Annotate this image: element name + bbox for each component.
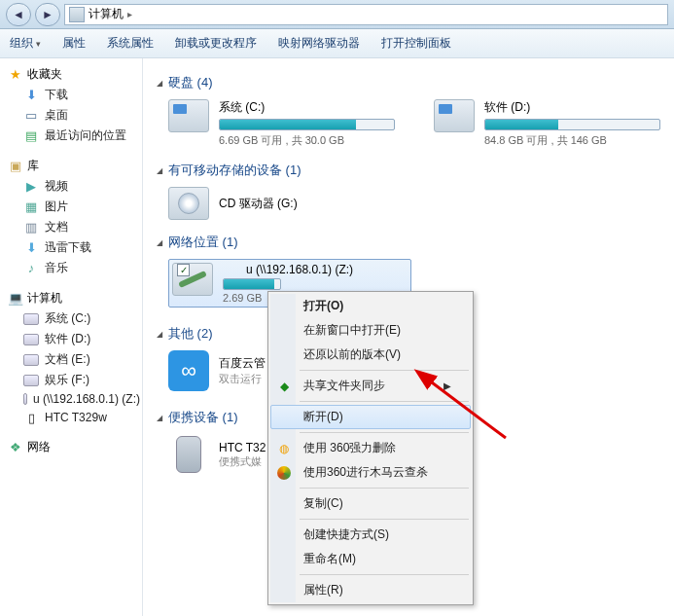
sidebar-item-recent[interactable]: ▤最近访问的位置 (2, 126, 140, 146)
drive-item-d[interactable]: 软件 (D:) 84.8 GB 可用 , 共 146 GB (434, 99, 660, 148)
sidebar-network-head[interactable]: ❖网络 (2, 437, 140, 457)
share-icon: ◆ (276, 379, 292, 394)
drive-icon (23, 375, 39, 386)
other-label: 百度云管 (219, 355, 266, 372)
drive-item-c[interactable]: 系统 (C:) 6.69 GB 可用 , 共 30.0 GB (168, 99, 395, 148)
nav-back-button[interactable]: ◄ (6, 3, 31, 26)
sidebar-item-drive-f[interactable]: 娱乐 (F:) (2, 370, 140, 390)
ctx-separator (300, 401, 469, 402)
phone-icon: ▯ (23, 410, 39, 425)
phone-icon (168, 434, 209, 475)
ctx-separator (300, 432, 469, 433)
music-icon: ♪ (23, 261, 39, 276)
cd-label: CD 驱动器 (G:) (219, 196, 298, 212)
sidebar-libraries-head[interactable]: ▣库 (2, 156, 140, 176)
ctx-create-shortcut[interactable]: 创建快捷方式(S) (270, 523, 471, 547)
drive-label: 系统 (C:) (219, 99, 395, 116)
sidebar-item-music[interactable]: ♪音乐 (2, 258, 140, 278)
context-menu: 打开(O) 在新窗口中打开(E) 还原以前的版本(V) ◆共享文件夹同步▶ 断开… (267, 291, 474, 605)
cd-drive-icon (168, 187, 209, 220)
360-scan-icon (276, 465, 292, 481)
sidebar-favorites-head[interactable]: ★收藏夹 (2, 64, 140, 85)
sidebar-network-label: 网络 (27, 439, 51, 455)
drive-text: 84.8 GB 可用 , 共 146 GB (484, 133, 660, 148)
other-sub: 双击运行 (219, 372, 266, 386)
ctx-open[interactable]: 打开(O) (270, 294, 471, 318)
sidebar-item-video[interactable]: ▶视频 (2, 176, 140, 197)
star-icon: ★ (8, 67, 23, 83)
baidu-cloud-icon: ∞ (168, 350, 209, 391)
recent-icon: ▤ (23, 128, 39, 144)
ctx-rename[interactable]: 重命名(M) (270, 547, 471, 571)
ctx-share-sync[interactable]: ◆共享文件夹同步▶ (270, 374, 471, 398)
drive-icon (23, 354, 39, 366)
ctx-360-scan[interactable]: 使用360进行木马云查杀 (270, 460, 471, 485)
sidebar-item-drive-z[interactable]: u (\\192.168.0.1) (Z:) (2, 390, 140, 408)
sidebar-item-pictures[interactable]: ▦图片 (2, 197, 140, 217)
section-hdd[interactable]: 硬盘 (4) (157, 74, 660, 91)
ctx-separator (300, 574, 469, 575)
submenu-arrow-icon: ▶ (443, 380, 451, 391)
sidebar-item-desktop[interactable]: ▭桌面 (2, 105, 140, 126)
ctx-restore-version[interactable]: 还原以前的版本(V) (270, 343, 471, 367)
ctx-separator (300, 519, 469, 520)
picture-icon: ▦ (23, 199, 39, 215)
address-bar[interactable]: 计算机 ▸ (64, 4, 668, 25)
usage-bar (484, 119, 660, 130)
network-icon: ❖ (8, 440, 23, 455)
toolbar-control-panel[interactable]: 打开控制面板 (381, 35, 451, 52)
ctx-disconnect[interactable]: 断开(D) (270, 405, 471, 429)
ctx-360-delete[interactable]: ◍使用 360强力删除 (270, 436, 471, 460)
sidebar: ★收藏夹 ⬇下载 ▭桌面 ▤最近访问的位置 ▣库 ▶视频 ▦图片 ▥文档 ⬇迅雷… (0, 58, 143, 616)
sidebar-item-documents[interactable]: ▥文档 (2, 217, 140, 237)
nav-forward-button[interactable]: ► (35, 3, 60, 26)
sidebar-item-downloads[interactable]: ⬇下载 (2, 85, 140, 105)
ctx-open-new-window[interactable]: 在新窗口中打开(E) (270, 318, 471, 343)
drive-icon (23, 334, 39, 345)
ctx-properties[interactable]: 属性(R) (270, 578, 471, 602)
document-icon: ▥ (23, 220, 39, 236)
hdd-icon (434, 99, 475, 132)
toolbar-map-network[interactable]: 映射网络驱动器 (278, 35, 360, 52)
computer-icon: 💻 (8, 291, 23, 307)
portable-label: HTC T32 (219, 441, 266, 454)
drive-text: 6.69 GB 可用 , 共 30.0 GB (219, 133, 395, 148)
section-removable[interactable]: 有可移动存储的设备 (1) (157, 162, 660, 179)
sidebar-item-htc[interactable]: ▯HTC T329w (2, 408, 140, 427)
toolbar-uninstall[interactable]: 卸载或更改程序 (175, 35, 257, 52)
network-drive-label: u (\\192.168.0.1) (Z:) (223, 263, 408, 276)
sidebar-item-drive-d[interactable]: 软件 (D:) (2, 329, 140, 349)
sidebar-item-drive-c[interactable]: 系统 (C:) (2, 308, 140, 329)
cd-drive-item[interactable]: CD 驱动器 (G:) (168, 187, 660, 220)
drive-label: 软件 (D:) (484, 99, 660, 116)
usage-bar (219, 119, 395, 130)
hdd-icon (168, 99, 209, 132)
download-icon: ⬇ (23, 88, 39, 103)
network-drive-icon (23, 393, 27, 405)
toolbar-properties[interactable]: 属性 (62, 35, 86, 52)
sidebar-item-drive-e[interactable]: 文档 (E:) (2, 349, 140, 370)
toolbar-organize[interactable]: 组织 (10, 35, 41, 52)
titlebar: ◄ ► 计算机 ▸ (0, 0, 674, 29)
ctx-separator (300, 488, 469, 489)
checkbox-icon[interactable]: ✓ (177, 264, 190, 276)
library-icon: ▣ (8, 159, 23, 174)
address-text: 计算机 (89, 6, 124, 22)
usage-bar (223, 278, 281, 290)
breadcrumb-separator-icon[interactable]: ▸ (127, 9, 132, 19)
section-netloc[interactable]: 网络位置 (1) (157, 234, 660, 251)
sidebar-item-thunder[interactable]: ⬇迅雷下载 (2, 237, 140, 258)
toolbar-system-properties[interactable]: 系统属性 (107, 35, 154, 52)
video-icon: ▶ (23, 179, 39, 195)
ctx-copy[interactable]: 复制(C) (270, 491, 471, 516)
drive-icon (23, 313, 39, 325)
computer-icon (69, 7, 85, 22)
toolbar: 组织 属性 系统属性 卸载或更改程序 映射网络驱动器 打开控制面板 (0, 29, 674, 58)
desktop-icon: ▭ (23, 108, 39, 124)
sidebar-computer-label: 计算机 (27, 290, 62, 307)
portable-sub: 便携式媒 (219, 454, 266, 469)
thunder-icon: ⬇ (23, 240, 39, 256)
sidebar-computer-head[interactable]: 💻计算机 (2, 288, 140, 308)
ctx-separator (300, 370, 469, 371)
sidebar-libraries-label: 库 (27, 158, 39, 174)
